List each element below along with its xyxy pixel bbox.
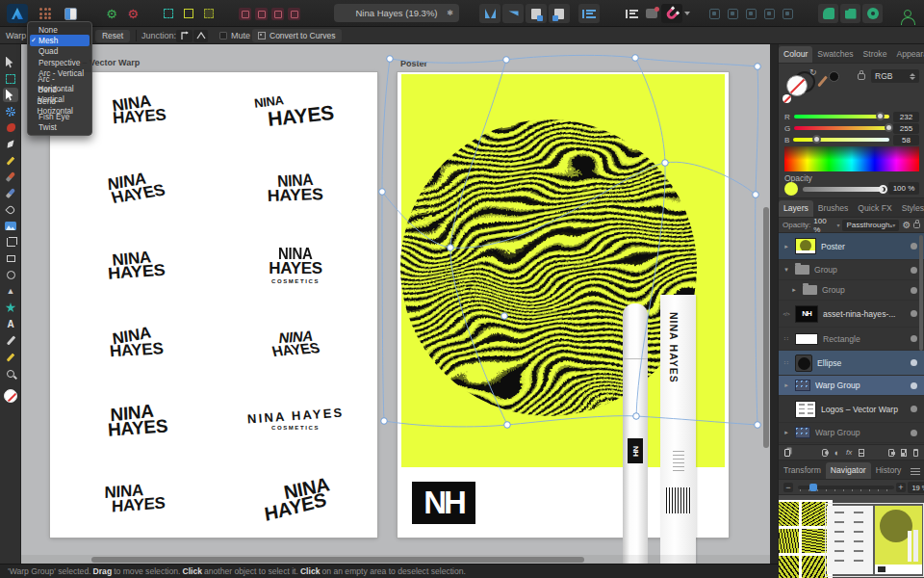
visibility-dot-icon[interactable] [911, 430, 917, 436]
tab-navigator[interactable]: Navigator [826, 462, 871, 479]
export-persona-icon[interactable] [60, 4, 81, 23]
tab-transform[interactable]: Transform [779, 462, 826, 479]
zoom-out-button[interactable]: − [783, 483, 793, 492]
layer-settings-gear-icon[interactable]: ⚙ [902, 220, 911, 230]
layer-lock-icon[interactable] [913, 223, 920, 228]
snap-option-5-icon[interactable] [779, 4, 796, 23]
visibility-dot-icon[interactable] [911, 406, 917, 412]
fill-swatch-none-icon[interactable] [786, 75, 808, 96]
navigator-preview[interactable] [779, 495, 924, 578]
logo-variant[interactable]: NINAHAYES [50, 305, 214, 383]
distribute-icon[interactable] [621, 4, 642, 23]
layer-row-asset[interactable]: </> NH asset-nina-hayes-... [779, 301, 924, 328]
vector-brush-tool[interactable] [3, 186, 18, 200]
visibility-dot-icon[interactable] [911, 287, 917, 294]
tab-appearance[interactable]: Appearance [891, 46, 924, 63]
green-slider-knob[interactable] [885, 123, 893, 132]
blend-mode-select[interactable]: Passthrough ▴▾ [842, 220, 899, 231]
horizontal-scrollbar[interactable] [21, 555, 770, 564]
layer-row-poster[interactable]: ▸ Poster [779, 233, 924, 260]
opacity-slider[interactable] [803, 187, 884, 192]
edit-all-layers-icon[interactable] [784, 449, 790, 457]
expand-icon[interactable]: ▸ [783, 381, 790, 389]
layers-scrollbar-thumb[interactable] [919, 235, 923, 351]
reset-button[interactable]: Reset [95, 30, 130, 42]
blue-slider-knob[interactable] [812, 135, 821, 144]
affinity-designer-app-icon[interactable] [7, 4, 28, 23]
insert-behind-icon[interactable] [237, 4, 253, 23]
insert-inside-icon[interactable] [270, 4, 286, 23]
fill-tool[interactable] [3, 202, 18, 217]
visibility-dot-icon[interactable] [911, 243, 917, 250]
logo-variant[interactable]: NINAHAYES [214, 305, 377, 383]
no-colour-mini-icon[interactable] [783, 94, 791, 103]
tab-layers[interactable]: Layers [779, 200, 813, 217]
poster-artboard[interactable]: NH NH NINA HAYES [398, 72, 729, 538]
menu-item-none[interactable]: None [28, 24, 91, 35]
snap-option-2-icon[interactable] [724, 4, 741, 23]
zoom-in-button[interactable]: + [896, 483, 906, 492]
panel-menu-icon[interactable] [911, 468, 920, 476]
visibility-dot-icon[interactable] [911, 310, 917, 317]
move-to-back-icon[interactable] [549, 4, 570, 23]
tab-styles[interactable]: Styles [897, 200, 924, 217]
layer-row-warp-group[interactable]: ▸ Warp Group [779, 376, 924, 396]
move-tool[interactable] [3, 55, 18, 69]
mesh-node[interactable] [387, 56, 394, 63]
selection-box-olive-icon[interactable] [199, 4, 218, 23]
style-picker-tool[interactable] [3, 350, 18, 364]
opacity-colour-swatch[interactable] [784, 182, 798, 196]
mesh-node[interactable] [632, 55, 639, 62]
visibility-dot-icon[interactable] [911, 382, 917, 389]
contour-tool[interactable] [3, 120, 18, 135]
opacity-caret-icon[interactable]: ▾ [836, 222, 839, 228]
swap-fill-stroke-icon[interactable]: ↻ [809, 67, 817, 77]
visibility-dot-icon[interactable] [911, 359, 917, 366]
zoom-value-box[interactable]: 19 % [908, 482, 924, 493]
logo-variant[interactable]: NINAHAYESCOSMETICS [214, 227, 377, 305]
tab-quick-fx[interactable]: Quick FX [853, 200, 896, 217]
logo-variant[interactable]: NINAHAYES [214, 460, 377, 539]
tab-colour[interactable]: Colour [779, 46, 812, 63]
snap-option-3-icon[interactable] [742, 4, 759, 23]
logos-artboard[interactable]: NINAHAYES NINAHAYES NINAHAYES NINAHAYES … [50, 72, 377, 538]
delete-layer-trash-icon[interactable] [913, 449, 918, 457]
snap-option-4-icon[interactable] [760, 4, 778, 23]
menu-item-twist[interactable]: Twist [28, 122, 91, 133]
layer-row-ellipse[interactable]: ∷ Ellipse [779, 351, 924, 376]
collapse-icon[interactable]: ▾ [783, 266, 790, 274]
layer-row-logos-artboard[interactable]: Logos – Vector Warp [779, 396, 924, 423]
menu-item-bend-horizontal[interactable]: Bend - Horizontal [28, 100, 91, 111]
colour-picker-eyedropper-icon[interactable] [817, 76, 828, 88]
mesh-node[interactable] [379, 189, 386, 196]
pixel-persona-icon[interactable] [35, 4, 56, 23]
green-value[interactable]: 255 [893, 123, 919, 134]
place-image-tool[interactable] [3, 219, 18, 233]
blue-slider[interactable] [793, 138, 889, 143]
logo-variant[interactable]: NINAHAYES [50, 150, 214, 228]
snapping-magnet-icon[interactable] [661, 4, 682, 23]
visibility-dot-icon[interactable] [911, 335, 917, 342]
blue-value[interactable]: 58 [893, 135, 919, 145]
colour-mode-select[interactable]: RGB [871, 69, 919, 83]
node-tool[interactable] [3, 88, 18, 102]
new-layer-icon[interactable] [901, 449, 907, 457]
menu-item-quad[interactable]: Quad [28, 46, 91, 57]
mesh-node[interactable] [755, 422, 761, 429]
document-title[interactable]: Nina Hayes (19.3%) ✱ [334, 4, 459, 22]
expand-icon[interactable]: ▸ [783, 429, 790, 436]
red-slider[interactable] [794, 115, 889, 119]
green-slider[interactable] [794, 126, 889, 131]
tab-swatches[interactable]: Swatches [812, 46, 858, 63]
artboard-tool[interactable] [3, 71, 18, 86]
selection-box-teal-icon[interactable] [159, 4, 178, 23]
logo-variant[interactable]: NINA HAYESCOSMETICS [214, 382, 377, 460]
account-person-icon[interactable] [897, 4, 918, 23]
red-value[interactable]: 232 [893, 112, 919, 122]
vertical-scrollbar-thumb[interactable] [763, 207, 769, 448]
duplicate-layer-icon[interactable] [888, 449, 894, 457]
expand-icon[interactable]: ▸ [790, 286, 798, 294]
logo-variant[interactable]: NINAHAYES [50, 382, 214, 460]
ellipse-tool[interactable] [3, 268, 18, 282]
expand-icon[interactable]: ▸ [783, 243, 790, 250]
